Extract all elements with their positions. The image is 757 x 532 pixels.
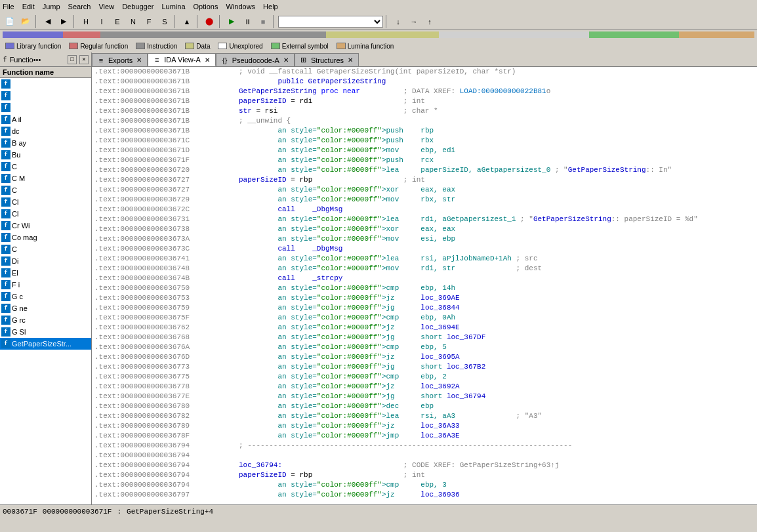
menu-view[interactable]: View	[98, 3, 114, 10]
tab-structures[interactable]: ⊞ Structures ✕	[295, 53, 359, 66]
code-line[interactable]: .text:0000000000036748 an style="color:#…	[92, 264, 757, 274]
fn-list-item[interactable]: fF i	[0, 279, 91, 291]
fn-list-item[interactable]: fC	[0, 243, 91, 255]
code-line[interactable]: .text:0000000000036738 an style="color:#…	[92, 224, 757, 234]
code-line[interactable]: .text:0000000000036727paperSizeID = rbp …	[92, 175, 757, 185]
code-line[interactable]: .text:000000000003673A an style="color:#…	[92, 234, 757, 244]
fn-list-item[interactable]: fA il	[0, 113, 91, 125]
code-line[interactable]: .text:000000000003678F an style="color:#…	[92, 431, 757, 441]
fn-list-item[interactable]: f	[0, 78, 91, 90]
fn-list-item[interactable]: fC	[0, 184, 91, 196]
fn-list-item[interactable]: fC	[0, 161, 91, 173]
code-line[interactable]: .text:0000000000036729 an style="color:#…	[92, 195, 757, 205]
code-line[interactable]: .text:000000000003671Bstr = rsi ; char *	[92, 106, 757, 116]
menu-debugger[interactable]: Debugger	[122, 3, 153, 10]
code-line[interactable]: .text:000000000003675F an style="color:#…	[92, 313, 757, 323]
code-line[interactable]: .text:0000000000036794loc_36794: ; CODE …	[92, 460, 757, 470]
menu-help[interactable]: Help	[263, 3, 278, 10]
names-button[interactable]: N	[126, 14, 140, 29]
code-line[interactable]: .text:0000000000036762 an style="color:#…	[92, 323, 757, 333]
fn-list-item[interactable]: f dc	[0, 125, 91, 137]
panel-float-button[interactable]: □	[68, 55, 77, 64]
fn-list-item[interactable]: fBu	[0, 149, 91, 161]
exports-button[interactable]: E	[110, 14, 125, 29]
up-button[interactable]: ▲	[180, 14, 194, 29]
menu-lumina[interactable]: Lumina	[161, 3, 185, 10]
back-button[interactable]: ◀	[41, 14, 55, 29]
fn-list-item[interactable]: fGetPaperSizeStr...	[0, 338, 91, 350]
tab-exports[interactable]: ≡ Exports ✕	[92, 53, 148, 66]
debugger-dropdown[interactable]: No debugger	[278, 16, 383, 28]
menu-edit[interactable]: Edit	[22, 3, 35, 10]
code-line[interactable]: .text:000000000003677E an style="color:#…	[92, 392, 757, 401]
pause-button[interactable]: ⏸	[240, 14, 255, 29]
fn-list-item[interactable]: f	[0, 90, 91, 102]
code-line[interactable]: .text:0000000000036731 an style="color:#…	[92, 215, 757, 224]
code-line[interactable]: .text:000000000003676D an style="color:#…	[92, 352, 757, 362]
code-line[interactable]: .text:0000000000036727 an style="color:#…	[92, 185, 757, 195]
imports-button[interactable]: I	[94, 14, 109, 29]
code-line[interactable]: .text:000000000003674B call _strcpy	[92, 274, 757, 283]
tab-ida-view[interactable]: ≡ IDA View-A ✕	[148, 53, 215, 66]
step-out-button[interactable]: ↑	[422, 14, 437, 29]
step-into-button[interactable]: ↓	[391, 14, 405, 29]
code-line[interactable]: .text:0000000000036789 an style="color:#…	[92, 421, 757, 431]
code-line[interactable]: .text:000000000003671BGetPaperSizeString…	[92, 87, 757, 96]
code-line[interactable]: .text:0000000000036773 an style="color:#…	[92, 362, 757, 372]
code-line[interactable]: .text:0000000000036750 an style="color:#…	[92, 283, 757, 293]
fn-list-item[interactable]: fCl	[0, 208, 91, 220]
forward-button[interactable]: ▶	[56, 14, 71, 29]
step-over-button[interactable]: →	[407, 14, 421, 29]
tab-pseudocode-close[interactable]: ✕	[282, 56, 290, 64]
tab-pseudocode[interactable]: {} Pseudocode-A ✕	[216, 53, 295, 66]
code-line[interactable]: .text:000000000003671BpaperSizeID = rdi …	[92, 96, 757, 106]
code-line[interactable]: .text:000000000003671D an style="color:#…	[92, 146, 757, 155]
code-line[interactable]: .text:0000000000036741 an style="color:#…	[92, 254, 757, 264]
menu-windows[interactable]: Windows	[226, 3, 255, 10]
code-line[interactable]: .text:000000000003671B; __unwind {	[92, 116, 757, 126]
fn-list-item[interactable]: fCo mag	[0, 232, 91, 243]
menu-jump[interactable]: Jump	[43, 3, 60, 10]
run-button[interactable]: ▶	[224, 14, 239, 29]
fn-list-item[interactable]: fC M	[0, 173, 91, 184]
breakpoint-button[interactable]: ⬤	[202, 14, 216, 29]
menu-search[interactable]: Search	[68, 3, 91, 10]
code-line[interactable]: .text:0000000000036720 an style="color:#…	[92, 165, 757, 175]
fn-list-item[interactable]: fEl	[0, 267, 91, 279]
code-line[interactable]: .text:0000000000036797 an style="color:#…	[92, 490, 757, 500]
code-line[interactable]: .text:0000000000036778 an style="color:#…	[92, 382, 757, 392]
code-line[interactable]: .text:000000000003671B an style="color:#…	[92, 126, 757, 136]
code-line[interactable]: .text:0000000000036794 an style="color:#…	[92, 480, 757, 490]
fn-list-item[interactable]: fDi	[0, 255, 91, 267]
code-line[interactable]: .text:000000000003672C call _DbgMsg	[92, 205, 757, 215]
menu-options[interactable]: Options	[194, 3, 218, 10]
code-line[interactable]: .text:0000000000036775 an style="color:#…	[92, 372, 757, 382]
code-line[interactable]: .text:0000000000036794	[92, 451, 757, 460]
fn-list-item[interactable]: fCl	[0, 196, 91, 208]
fn-list-item[interactable]: fCr Wi	[0, 220, 91, 232]
panel-close-button[interactable]: ✕	[79, 55, 89, 64]
code-line[interactable]: .text:000000000003673C call _DbgMsg	[92, 244, 757, 254]
functions-button[interactable]: F	[142, 14, 156, 29]
code-line[interactable]: .text:0000000000036794paperSizeID = rbp …	[92, 470, 757, 480]
code-line[interactable]: .text:0000000000036768 an style="color:#…	[92, 333, 757, 342]
code-line[interactable]: .text:000000000003676A an style="color:#…	[92, 342, 757, 352]
hex-button[interactable]: H	[79, 14, 93, 29]
menu-file[interactable]: File	[3, 3, 14, 10]
new-button[interactable]: 📄	[3, 14, 17, 29]
fn-list-item[interactable]: fG c	[0, 291, 91, 302]
fn-list-item[interactable]: fG Sl	[0, 326, 91, 338]
code-line[interactable]: .text:000000000003671F an style="color:#…	[92, 155, 757, 165]
fn-list-item[interactable]: fG ne	[0, 302, 91, 314]
fn-list-item[interactable]: fG rc	[0, 314, 91, 326]
code-line[interactable]: .text:000000000003671B public GetPaperSi…	[92, 77, 757, 87]
code-line[interactable]: .text:0000000000036782 an style="color:#…	[92, 411, 757, 421]
fn-list-item[interactable]: fB ay	[0, 137, 91, 149]
strings-button[interactable]: S	[157, 14, 172, 29]
tab-ida-close[interactable]: ✕	[203, 56, 211, 64]
open-button[interactable]: 📂	[18, 14, 33, 29]
fn-list-item[interactable]: f	[0, 102, 91, 113]
code-line[interactable]: .text:0000000000036759 an style="color:#…	[92, 303, 757, 313]
code-line[interactable]: .text:0000000000036753 an style="color:#…	[92, 293, 757, 303]
stop-button[interactable]: ■	[256, 14, 270, 29]
